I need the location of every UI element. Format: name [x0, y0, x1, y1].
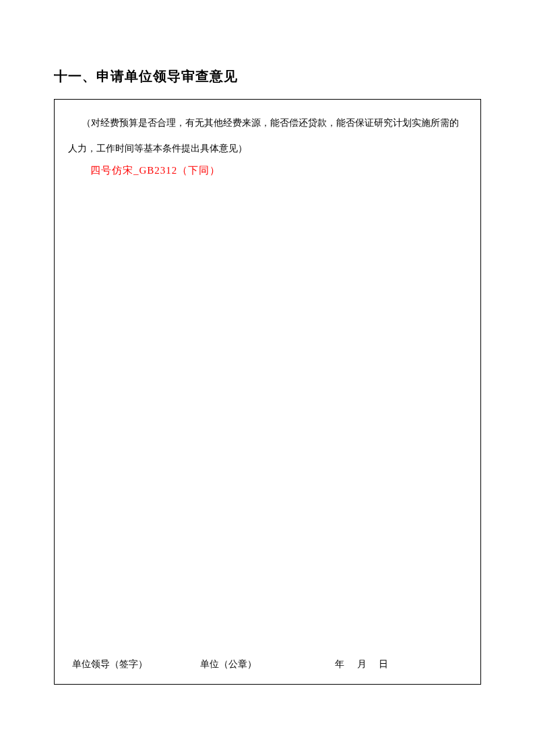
month-label: 月 — [357, 659, 367, 669]
document-page: 十一、申请单位领导审查意见 （对经费预算是否合理，有无其他经费来源，能否偿还贷款… — [0, 0, 535, 738]
day-label: 日 — [379, 659, 389, 669]
font-annotation: 四号仿宋_GB2312（下同） — [90, 164, 467, 177]
signature-date-label: 年月日 — [335, 658, 389, 671]
instruction-text: （对经费预算是否合理，有无其他经费来源，能否偿还贷款，能否保证研究计划实施所需的… — [68, 110, 467, 162]
signature-leader-label: 单位领导（签字） — [72, 658, 200, 671]
signature-unit-label: 单位（公章） — [200, 658, 335, 671]
year-label: 年 — [335, 659, 345, 669]
opinion-box: （对经费预算是否合理，有无其他经费来源，能否偿还贷款，能否保证研究计划实施所需的… — [54, 99, 481, 685]
signature-row: 单位领导（签字） 单位（公章） 年月日 — [55, 658, 480, 671]
section-heading: 十一、申请单位领导审查意见 — [54, 67, 481, 85]
